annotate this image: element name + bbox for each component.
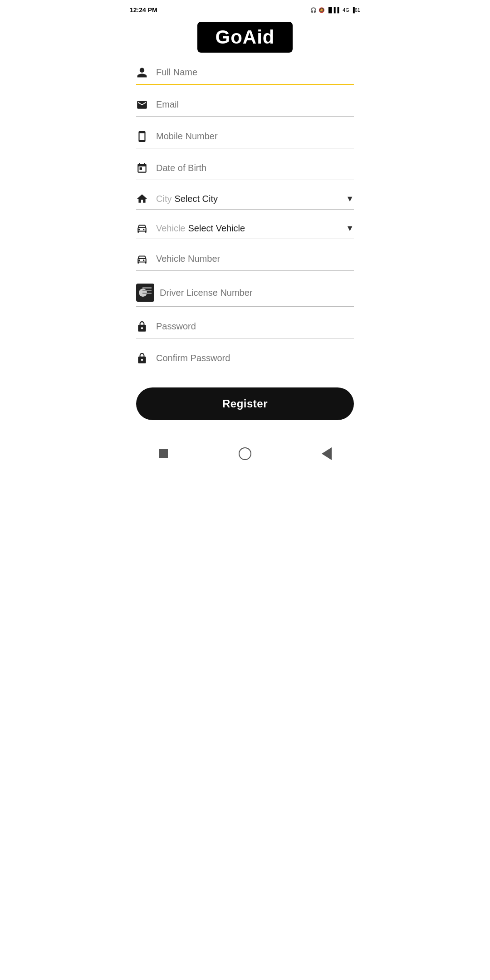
vehicle-label: Vehicle (156, 223, 186, 234)
headphone-icon: 🎧 (310, 7, 317, 13)
vehicle-dropdown[interactable]: Vehicle Select Vehicle ▼ (156, 223, 354, 234)
square-icon (159, 449, 168, 458)
city-chevron-icon: ▼ (346, 194, 354, 204)
mobile-field (136, 129, 354, 148)
circle-icon (239, 447, 251, 460)
home-button[interactable] (237, 446, 253, 462)
fullname-field (136, 65, 354, 85)
vehicle-number-input[interactable] (156, 252, 354, 266)
dob-input[interactable] (156, 161, 354, 175)
network-icon: 4G (343, 7, 349, 13)
notification-icon: 🔕 (318, 7, 325, 13)
dob-field (136, 161, 354, 180)
email-field (136, 98, 354, 117)
status-icons: 🎧 🔕 ▐▌▌▌ 4G ▐61 (310, 7, 360, 13)
confirm-password-input[interactable] (156, 351, 354, 365)
city-label: City (156, 194, 172, 204)
email-input[interactable] (156, 98, 354, 112)
vehicle-field[interactable]: Vehicle Select Vehicle ▼ (136, 222, 354, 239)
driver-license-input[interactable] (160, 286, 354, 300)
register-button[interactable]: Register (136, 387, 354, 420)
lock-icon (136, 321, 156, 333)
recents-button[interactable] (318, 446, 335, 462)
driver-license-icon (136, 284, 156, 302)
signal-icon: ▐▌▌▌ (327, 7, 341, 13)
status-bar: 12:24 PM 🎧 🔕 ▐▌▌▌ 4G ▐61 (122, 0, 368, 18)
vehicle-number-icon (136, 253, 156, 265)
confirm-password-field (136, 351, 354, 370)
calendar-icon (136, 162, 156, 174)
city-value: Select City (174, 194, 218, 204)
logo-box: GoAid (197, 22, 293, 53)
driver-license-field (136, 284, 354, 307)
person-icon (136, 67, 156, 78)
bottom-navigation (122, 438, 368, 466)
fullname-input[interactable] (156, 65, 354, 79)
confirm-lock-icon (136, 353, 156, 364)
back-button[interactable] (155, 446, 172, 462)
vehicle-number-field (136, 252, 354, 271)
vehicle-value: Select Vehicle (188, 223, 245, 234)
battery-icon: ▐61 (351, 7, 360, 13)
mobile-icon (136, 131, 156, 142)
city-field[interactable]: City Select City ▼ (136, 193, 354, 210)
vehicle-icon (136, 222, 156, 234)
status-time: 12:24 PM (130, 6, 157, 14)
city-icon (136, 193, 156, 205)
mobile-input[interactable] (156, 129, 354, 143)
registration-form: City Select City ▼ Vehicle Select Vehicl… (122, 61, 368, 429)
app-logo: GoAid (216, 26, 275, 48)
email-icon (136, 99, 156, 111)
triangle-icon (322, 447, 332, 460)
password-input[interactable] (156, 319, 354, 333)
app-header: GoAid (122, 18, 368, 61)
city-dropdown[interactable]: City Select City ▼ (156, 194, 354, 204)
vehicle-chevron-icon: ▼ (346, 224, 354, 233)
password-field (136, 319, 354, 338)
